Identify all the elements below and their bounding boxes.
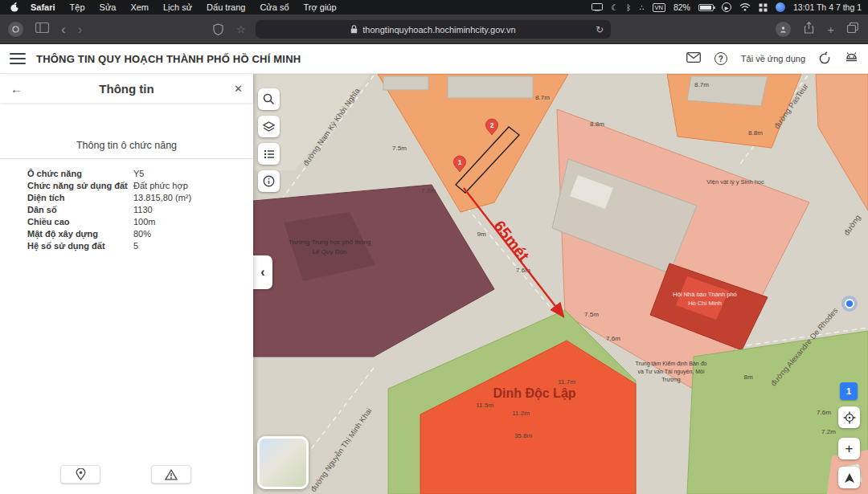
minimap[interactable] — [257, 436, 309, 489]
field-value: 13.815,80 (m²) — [133, 192, 242, 204]
menubar-clock[interactable]: 13:01 Th 4 7 thg 1 — [793, 2, 862, 12]
navigate-button[interactable] — [838, 467, 860, 488]
field-row: Hệ số sử dụng đất5 — [27, 240, 242, 252]
reload-icon[interactable]: ↻ — [596, 24, 604, 35]
measurement-label: 7.2m — [821, 428, 836, 435]
input-source-badge[interactable]: VN — [653, 3, 665, 12]
back-button[interactable]: ‹ — [61, 22, 66, 36]
field-row: Chiều cao100m — [27, 216, 242, 228]
bookmark-star-icon[interactable]: ☆ — [236, 14, 246, 43]
address-bar[interactable]: thongtinquyhoach.hochiminhcity.gov.vn ↻ — [256, 20, 611, 39]
bluetooth-icon[interactable]: ᛒ — [626, 3, 631, 12]
menubar-app-name[interactable]: Safari — [23, 2, 63, 12]
help-icon[interactable]: ? — [714, 52, 727, 65]
field-value: 80% — [133, 228, 242, 240]
physics-institute-label: Viện vật lý y Sinh học — [706, 178, 764, 186]
sidebar-toggle-icon[interactable] — [35, 22, 49, 36]
back-icon[interactable]: ← — [10, 82, 31, 96]
browser-left-controls: ‹ › — [8, 14, 82, 43]
measurement-label: 8.8m — [748, 129, 763, 137]
inspection-center-label-line2: và Tư vấn Tài nguyên, Môi — [637, 368, 704, 375]
zoom-in-button[interactable]: + — [838, 438, 860, 459]
android-store-icon[interactable] — [845, 51, 858, 67]
report-issue-button[interactable] — [151, 465, 191, 484]
measurement-label: 7.5m — [392, 145, 407, 152]
page-number-badge[interactable]: 1 — [840, 382, 858, 400]
search-button[interactable] — [258, 88, 280, 110]
info-sidebar: ← Thông tin ✕ Thông tin ô chức năng Ô ch… — [0, 74, 253, 494]
menubar-item-help[interactable]: Trợ giúp — [297, 2, 344, 12]
wifi-icon[interactable] — [739, 3, 751, 11]
school-label-line2: Lê Quý Đôn — [313, 248, 347, 255]
legend-list-icon — [264, 149, 275, 160]
siri-icon[interactable] — [776, 2, 785, 12]
profile-icon[interactable] — [776, 22, 791, 37]
privacy-shield-icon[interactable] — [213, 14, 223, 43]
apple-store-icon[interactable] — [819, 51, 831, 67]
battery-icon — [698, 4, 714, 11]
menu-hamburger-icon[interactable] — [10, 53, 26, 64]
info-fields: Ô chức năngY5 Chức năng sử dụng đấtĐất p… — [0, 159, 253, 252]
extension-icon[interactable] — [8, 22, 23, 37]
layers-icon — [263, 121, 275, 133]
map-area[interactable]: đường Nam Kỳ Khởi Nghĩa đường PasTeur đư… — [253, 74, 868, 494]
menubar-item-history[interactable]: Lịch sử — [156, 2, 199, 12]
menubar-item-view[interactable]: Xem — [123, 2, 156, 12]
navigation-arrow-icon — [844, 472, 855, 484]
field-value: 5 — [133, 240, 242, 252]
measurement-label: 8m — [743, 374, 752, 381]
map-pin-icon — [76, 468, 86, 480]
page-title: THÔNG TIN QUY HOẠCH THÀNH PHỐ HỒ CHÍ MIN… — [36, 53, 301, 65]
lock-icon — [350, 25, 358, 34]
browser-toolbar: ‹ › ☆ thongtinquyhoach.hochiminhcity.gov… — [0, 14, 868, 44]
inspection-center-label-line3: Trường — [661, 377, 681, 383]
sidebar-collapse-button[interactable]: ‹ — [253, 255, 272, 289]
measurement-label: 7.5m — [584, 311, 599, 318]
download-app-label[interactable]: Tải về ứng dụng — [741, 54, 805, 63]
screen-record-icon[interactable]: ▶ — [722, 2, 731, 12]
measurement-label: 11.7m — [558, 378, 575, 386]
battery-percent: 82% — [674, 2, 690, 12]
press-association-label-line1: Hội Nhà báo Thành phố — [673, 291, 737, 298]
apple-menu-icon[interactable] — [10, 2, 20, 13]
field-value: 100m — [133, 216, 242, 228]
mail-icon[interactable] — [686, 51, 701, 66]
measurement-label: 9m — [477, 231, 485, 238]
header-right: ? Tải về ứng dụng — [686, 51, 858, 67]
layers-button[interactable] — [258, 116, 280, 137]
building-block — [383, 76, 428, 90]
measurement-label: 8.8m — [590, 120, 604, 128]
tab-overview-icon[interactable] — [847, 22, 858, 36]
menubar-item-file[interactable]: Tệp — [63, 2, 92, 12]
field-label: Hệ số sử dụng đất — [27, 240, 133, 252]
school-label-line1: Trường Trung học phổ thông — [289, 239, 371, 246]
menubar-item-window[interactable]: Cửa sổ — [252, 2, 296, 12]
building-block — [448, 76, 533, 98]
field-label: Dân số — [27, 204, 133, 216]
info-button[interactable] — [258, 170, 280, 192]
measurement-label: 7.6m — [817, 409, 831, 416]
field-row: Diện tích13.815,80 (m²) — [27, 192, 242, 204]
snap-dots-icon[interactable]: ∴ — [639, 3, 644, 12]
menubar-status-area: ☾ ᛒ ∴ VN 82% ▶ 13:01 Th 4 7 thg 1 — [592, 2, 862, 12]
planning-map[interactable]: đường Nam Kỳ Khởi Nghĩa đường PasTeur đư… — [253, 74, 868, 494]
window-grid-icon[interactable] — [759, 3, 768, 12]
measurement-label: 7.6m — [606, 335, 620, 342]
menubar-item-bookmarks[interactable]: Dấu trang — [199, 2, 252, 12]
focus-mode-icon[interactable]: ☾ — [611, 3, 618, 12]
menubar-item-edit[interactable]: Sửa — [92, 2, 124, 12]
share-icon[interactable] — [804, 22, 814, 37]
screen-mirroring-icon[interactable] — [592, 3, 603, 11]
legend-button[interactable] — [258, 143, 280, 165]
close-icon[interactable]: ✕ — [222, 83, 243, 95]
forward-button[interactable]: › — [78, 22, 83, 36]
measurement-label: 35.8m — [514, 432, 533, 439]
new-tab-icon[interactable]: + — [827, 23, 834, 35]
inspection-center-label-line1: Trung tâm Kiểm định Bản đồ — [636, 360, 707, 367]
planning-location-button[interactable] — [60, 465, 100, 484]
recenter-button[interactable] — [838, 406, 860, 428]
measurement-label: 11.5m — [476, 402, 493, 409]
screen: Safari Tệp Sửa Xem Lịch sử Dấu trang Cửa… — [0, 0, 868, 494]
marker-number: 2 — [490, 121, 494, 129]
crosshair-icon — [843, 411, 856, 424]
